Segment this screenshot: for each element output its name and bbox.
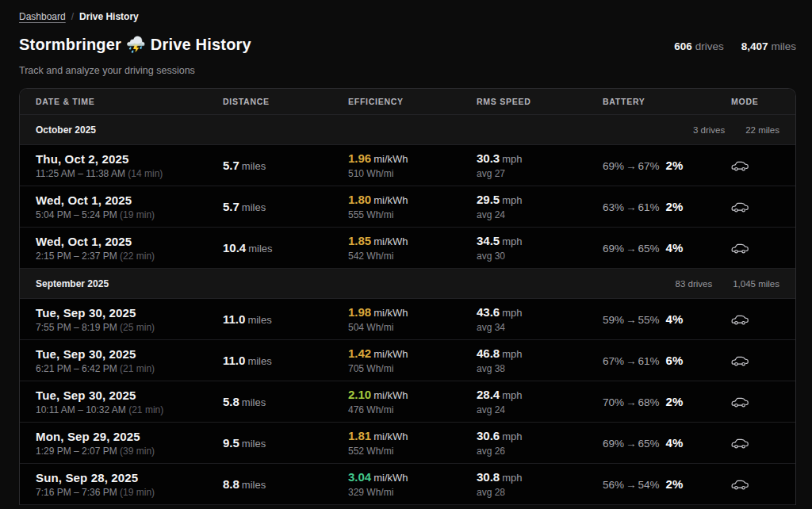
- efficiency-unit: mi/kWh: [373, 389, 408, 401]
- battery-cell: 69%→65%4%: [603, 241, 731, 254]
- column-header: DATE & TIME: [36, 97, 223, 106]
- speed-sub: avg 34: [477, 322, 603, 333]
- distance-cell: 5.7miles: [223, 200, 348, 214]
- column-header: RMS SPEED: [477, 97, 603, 106]
- battery-from: 59%: [603, 314, 624, 326]
- efficiency-value: 1.85: [348, 234, 371, 247]
- battery-to: 54%: [638, 479, 660, 491]
- drive-time: 5:04 PM – 5:24 PM (19 min): [36, 209, 223, 220]
- column-header: BATTERY: [603, 97, 731, 106]
- storm-emoji-icon: ⛈️: [126, 36, 146, 53]
- summary-stats: 606drives 8,407miles: [674, 40, 796, 54]
- car-mode-icon: [731, 437, 749, 450]
- speed-cell: 30.8mph avg 28: [477, 470, 603, 498]
- drive-row[interactable]: Tue, Sep 30, 2025 7:55 PM – 8:19 PM (25 …: [20, 299, 795, 340]
- month-drives-count: 83 drives: [676, 279, 713, 289]
- breadcrumb: Dashboard / Drive History: [19, 11, 796, 22]
- distance-cell: 5.8miles: [223, 395, 348, 409]
- efficiency-sub: 552 Wh/mi: [348, 446, 477, 457]
- speed-cell: 30.6mph avg 26: [477, 429, 603, 457]
- table-body: October 2025 3 drives 22 miles Thu, Oct …: [20, 115, 795, 505]
- month-group-label: September 2025: [36, 278, 109, 289]
- car-mode-icon: [731, 201, 749, 213]
- speed-unit: mph: [502, 153, 522, 165]
- efficiency-cell: 2.10mi/kWh 476 Wh/mi: [348, 388, 477, 415]
- page-title-prefix: Stormbringer: [19, 36, 121, 53]
- car-mode-icon: [731, 396, 749, 408]
- month-group-label: October 2025: [36, 124, 96, 136]
- drive-duration: (19 min): [120, 487, 155, 498]
- speed-value: 43.6: [477, 305, 500, 319]
- drive-time-range: 2:15 PM – 2:37 PM: [36, 251, 117, 262]
- drive-time-range: 1:29 PM – 2:07 PM: [36, 446, 117, 457]
- drive-row[interactable]: Wed, Oct 1, 2025 2:15 PM – 2:37 PM (22 m…: [20, 228, 795, 269]
- efficiency-cell: 1.81mi/kWh 552 Wh/mi: [348, 429, 477, 457]
- speed-sub: avg 28: [477, 487, 603, 498]
- drive-row[interactable]: Wed, Oct 1, 2025 5:04 PM – 5:24 PM (19 m…: [20, 186, 795, 228]
- battery-arrow-icon: →: [626, 479, 637, 491]
- total-drives-stat: 606drives: [674, 40, 724, 52]
- battery-cell: 56%→54%2%: [603, 477, 731, 491]
- speed-cell: 43.6mph avg 34: [477, 305, 603, 333]
- battery-to: 65%: [638, 438, 660, 450]
- speed-value: 28.4: [477, 388, 500, 401]
- distance-unit: miles: [248, 243, 272, 254]
- distance-value: 9.5: [223, 436, 239, 450]
- efficiency-value: 1.80: [348, 193, 371, 206]
- efficiency-cell: 1.80mi/kWh 555 Wh/mi: [348, 193, 477, 220]
- speed-value: 30.8: [477, 470, 500, 484]
- battery-from: 69%: [603, 243, 624, 254]
- efficiency-unit: mi/kWh: [373, 194, 408, 206]
- drive-time: 7:55 PM – 8:19 PM (25 min): [36, 322, 223, 333]
- battery-delta: 6%: [666, 354, 684, 367]
- efficiency-unit: mi/kWh: [373, 307, 408, 319]
- total-miles-stat: 8,407miles: [741, 40, 796, 52]
- drive-row[interactable]: Mon, Sep 29, 2025 1:29 PM – 2:07 PM (39 …: [20, 423, 795, 464]
- drive-date-cell: Mon, Sep 29, 2025 1:29 PM – 2:07 PM (39 …: [36, 423, 223, 463]
- speed-value: 34.5: [477, 234, 500, 247]
- title-row: Stormbringer ⛈️ Drive History 606drives …: [19, 35, 796, 54]
- car-mode-icon: [731, 159, 749, 172]
- drive-date-cell: Tue, Sep 30, 2025 10:11 AM – 10:32 AM (2…: [36, 382, 223, 422]
- efficiency-value: 2.10: [348, 388, 371, 401]
- efficiency-sub: 705 Wh/mi: [348, 363, 477, 374]
- mode-cell: [731, 437, 779, 450]
- breadcrumb-dashboard-link[interactable]: Dashboard: [19, 11, 66, 22]
- drive-time: 2:15 PM – 2:37 PM (22 min): [36, 251, 223, 262]
- efficiency-unit: mi/kWh: [373, 235, 408, 247]
- drive-row[interactable]: Tue, Sep 30, 2025 6:21 PM – 6:42 PM (21 …: [20, 340, 795, 381]
- drive-duration: (25 min): [120, 322, 155, 333]
- drive-duration: (19 min): [120, 209, 155, 220]
- column-header: EFFICIENCY: [348, 97, 477, 106]
- breadcrumb-separator: /: [71, 11, 74, 22]
- drive-duration: (22 min): [120, 251, 155, 262]
- drive-date: Thu, Oct 2, 2025: [36, 152, 223, 166]
- efficiency-unit: mi/kWh: [373, 431, 408, 442]
- distance-unit: miles: [242, 438, 266, 450]
- drive-date: Wed, Oct 1, 2025: [36, 235, 223, 248]
- month-miles-count: 1,045 miles: [733, 279, 779, 289]
- distance-value: 5.8: [223, 395, 239, 408]
- speed-unit: mph: [502, 389, 522, 401]
- distance-cell: 8.8miles: [223, 477, 348, 492]
- drive-row[interactable]: Tue, Sep 30, 2025 10:11 AM – 10:32 AM (2…: [20, 381, 795, 423]
- battery-cell: 69%→67%2%: [603, 159, 731, 172]
- battery-cell: 59%→55%4%: [603, 312, 731, 326]
- drive-time: 11:25 AM – 11:38 AM (14 min): [36, 168, 223, 179]
- total-miles-label: miles: [771, 40, 796, 52]
- drive-row[interactable]: Thu, Oct 2, 2025 11:25 AM – 11:38 AM (14…: [20, 145, 795, 186]
- speed-sub: avg 24: [477, 209, 603, 220]
- drive-row[interactable]: Sun, Sep 28, 2025 7:16 PM – 7:36 PM (19 …: [20, 464, 795, 505]
- drive-time-range: 11:25 AM – 11:38 AM: [36, 168, 125, 179]
- battery-to: 61%: [638, 355, 660, 367]
- drive-date-cell: Tue, Sep 30, 2025 7:55 PM – 8:19 PM (25 …: [36, 300, 223, 339]
- efficiency-cell: 3.04mi/kWh 329 Wh/mi: [348, 470, 477, 498]
- battery-delta: 4%: [666, 241, 684, 254]
- efficiency-cell: 1.98mi/kWh 504 Wh/mi: [348, 305, 477, 333]
- column-header: MODE: [731, 97, 779, 106]
- speed-sub: avg 38: [477, 363, 603, 374]
- drive-duration: (21 min): [128, 404, 163, 415]
- speed-value: 46.8: [477, 346, 500, 360]
- efficiency-value: 1.98: [348, 305, 371, 319]
- drive-time: 10:11 AM – 10:32 AM (21 min): [36, 404, 223, 415]
